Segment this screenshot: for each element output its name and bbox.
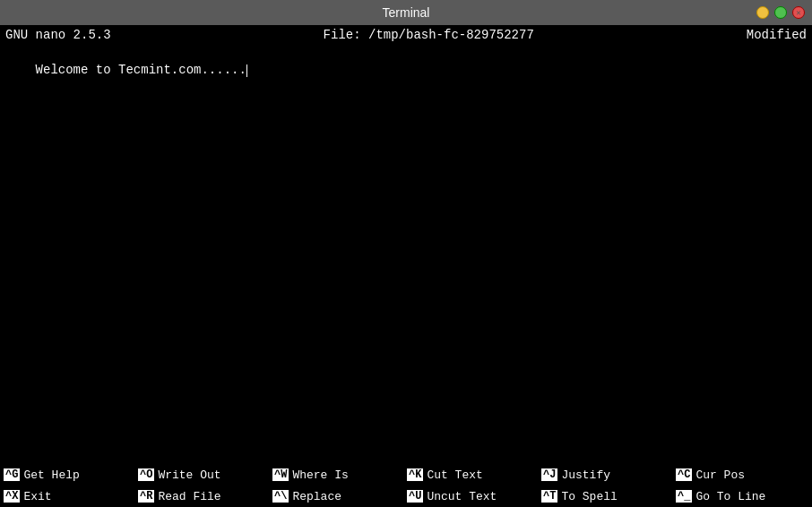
shortcut-item[interactable]: ^CCur Pos [672,468,807,482]
window-controls: ✕ [756,6,805,19]
shortcut-label: Replace [292,490,341,503]
shortcut-key: ^W [272,468,289,481]
shortcut-item[interactable]: ^RRead File [134,490,269,503]
shortcut-key: ^J [541,468,557,481]
shortcut-key: ^U [407,490,423,503]
shortcut-key: ^\ [272,490,289,503]
shortcut-row-2: ^XExit^RRead File^\Replace^UUncut Text^T… [0,486,812,507]
shortcut-item[interactable]: ^_Go To Line [672,490,807,503]
shortcut-key: ^R [138,490,154,503]
shortcut-item[interactable]: ^\Replace [269,490,403,503]
shortcut-label: Read File [158,490,220,503]
title-bar: Terminal ✕ [0,0,812,25]
shortcut-label: Cut Text [427,468,482,482]
nano-version: GNU nano 2.5.3 [5,28,111,42]
shortcut-label: Cur Pos [695,468,745,482]
shortcut-label: Go To Line [695,490,765,503]
text-cursor [246,64,247,77]
shortcut-item[interactable]: ^GGet Help [0,468,134,482]
nano-header: GNU nano 2.5.3 File: /tmp/bash-fc-829752… [0,25,812,45]
shortcut-row-1: ^GGet Help^OWrite Out^WWhere Is^KCut Tex… [0,464,812,486]
shortcut-key: ^X [4,490,20,503]
shortcut-item[interactable]: ^TTo Spell [538,490,672,503]
maximize-button[interactable] [774,6,787,19]
minimize-button[interactable] [756,6,769,19]
shortcut-bar: ^GGet Help^OWrite Out^WWhere Is^KCut Tex… [0,464,812,507]
shortcut-key: ^T [541,490,557,503]
nano-status: Modified [747,28,807,42]
nano-filename: File: /tmp/bash-fc-829752277 [324,28,534,42]
shortcut-key: ^C [676,468,692,481]
shortcut-key: ^K [407,468,423,481]
shortcut-label: Get Help [23,468,79,482]
editor-area[interactable]: Welcome to Tecmint.com...... [0,45,812,464]
shortcut-label: Exit [23,490,51,503]
close-button[interactable]: ✕ [792,6,805,19]
window-title: Terminal [383,5,430,20]
shortcut-key: ^_ [676,490,692,503]
shortcut-item[interactable]: ^UUncut Text [403,490,538,503]
shortcut-label: Write Out [158,468,220,482]
editor-content: Welcome to Tecmint.com...... [5,48,807,91]
shortcut-label: Where Is [292,468,348,482]
shortcut-item[interactable]: ^WWhere Is [269,468,403,482]
editor-text: Welcome to Tecmint.com...... [36,63,246,77]
shortcut-key: ^O [138,468,154,481]
shortcut-item[interactable]: ^KCut Text [403,468,538,482]
shortcut-key: ^G [4,468,20,481]
shortcut-item[interactable]: ^JJustify [538,468,672,482]
shortcut-item[interactable]: ^OWrite Out [134,468,269,482]
shortcut-item[interactable]: ^XExit [0,490,134,503]
shortcut-label: Justify [561,468,610,482]
shortcut-label: Uncut Text [427,490,497,503]
shortcut-label: To Spell [561,490,617,503]
